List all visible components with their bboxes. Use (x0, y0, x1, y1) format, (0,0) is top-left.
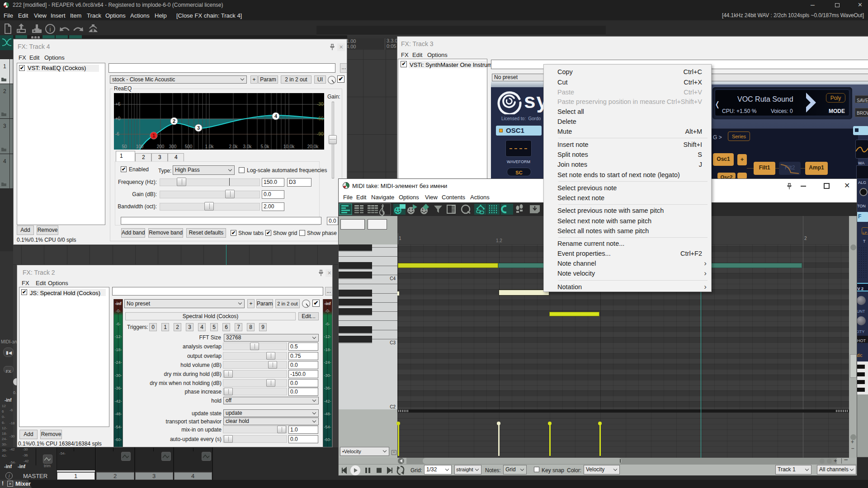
svg-text:-60: -60 (317, 116, 324, 121)
svg-text:4: 4 (274, 113, 278, 119)
svg-text:3.0k: 3.0k (243, 144, 252, 149)
svg-text:-90: -90 (317, 131, 324, 136)
svg-text:i: i (49, 25, 51, 33)
svg-text:5.0k: 5.0k (261, 144, 270, 149)
svg-text:200: 200 (157, 144, 165, 149)
svg-text:2.0k: 2.0k (229, 144, 238, 149)
svg-text:1.0k: 1.0k (205, 144, 214, 149)
svg-text:20.0k: 20.0k (307, 144, 319, 149)
svg-text:1: 1 (152, 133, 155, 138)
svg-text:+6: +6 (115, 102, 121, 107)
svg-text:-30: -30 (317, 102, 324, 107)
svg-text:2: 2 (173, 118, 175, 124)
svg-text:10.0k: 10.0k (283, 144, 295, 149)
svg-text:3: 3 (197, 125, 200, 131)
svg-text:+0: +0 (115, 116, 121, 121)
svg-text:500: 500 (185, 144, 193, 149)
svg-text:50: 50 (122, 144, 127, 149)
svg-text:100: 100 (136, 144, 144, 149)
svg-text:-6: -6 (115, 131, 119, 136)
svg-text:300: 300 (169, 144, 177, 149)
